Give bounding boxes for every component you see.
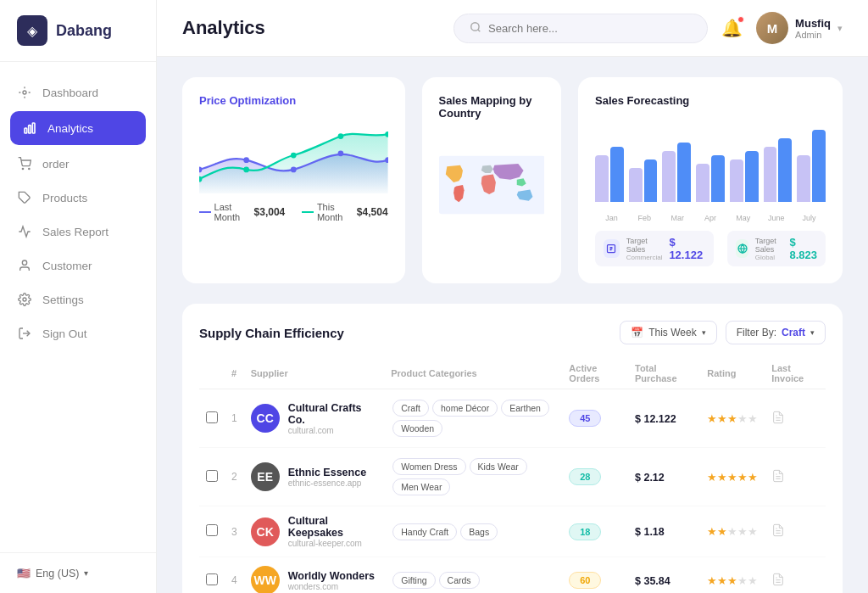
svg-rect-1: [25, 128, 27, 133]
sidebar-item-dashboard[interactable]: Dashboard: [0, 76, 156, 109]
svg-point-7: [22, 260, 26, 265]
row-categories-0: Crafthome DécorEarthenWooden: [384, 389, 562, 448]
supplier-url-1: ethnic-essence.app: [288, 478, 366, 488]
blue-bar-4: [745, 151, 759, 202]
row-supplier-1: EE Ethnic Essence ethnic-essence.app: [244, 448, 385, 506]
svg-point-8: [23, 298, 26, 301]
user-profile[interactable]: M Musfiq Admin ▾: [756, 12, 843, 44]
active-badge-3: 60: [569, 572, 601, 589]
filter-button[interactable]: Filter By: Craft ▾: [726, 321, 826, 344]
invoice-icon-1[interactable]: [771, 471, 785, 485]
profile-chevron-icon: ▾: [837, 23, 843, 34]
sidebar-item-analytics[interactable]: Analytics: [10, 111, 146, 145]
row-active-orders-2: 18: [562, 506, 628, 557]
category-tag: Bags: [460, 523, 498, 540]
table-row: 2 EE Ethnic Essence ethnic-essence.app W…: [199, 448, 826, 506]
svg-point-18: [243, 167, 249, 173]
row-invoice-1[interactable]: [765, 448, 826, 506]
bar-group-0: [595, 147, 624, 202]
search-bar[interactable]: [453, 14, 708, 43]
blue-bar-2: [677, 143, 691, 202]
this-week-button[interactable]: 📅 This Week ▾: [620, 321, 716, 344]
bar-group-2: [662, 143, 691, 202]
invoice-icon-0[interactable]: [771, 412, 785, 427]
supply-chain-table: # Supplier Product Categories Active Ord…: [199, 358, 826, 593]
invoice-icon-3[interactable]: [771, 574, 785, 589]
svg-point-15: [338, 150, 344, 156]
row-categories-3: GiftingCards: [384, 557, 562, 594]
star-1: ★: [707, 574, 717, 587]
svg-point-20: [338, 133, 344, 139]
signout-label: Sign Out: [42, 327, 87, 340]
header: Analytics 🔔 M Musfiq Admin ▾: [157, 0, 868, 57]
supplier-logo-1: EE: [251, 462, 280, 491]
active-badge-0: 45: [569, 410, 601, 427]
star-1: ★: [707, 525, 717, 538]
supplier-name-3: Worldly Wonders: [288, 570, 375, 582]
language-selector[interactable]: 🇺🇸 Eng (US) ▾: [17, 567, 139, 579]
active-badge-2: 18: [569, 523, 601, 540]
sidebar-item-order[interactable]: order: [0, 147, 156, 181]
star-5: ★: [748, 525, 758, 538]
row-rating-3: ★★★★★: [700, 557, 765, 594]
col-total-purchase: Total Purchase: [628, 358, 700, 389]
last-month-legend: Last Month $3,004: [199, 202, 285, 222]
order-icon: [17, 156, 32, 171]
row-invoice-2[interactable]: [765, 506, 826, 557]
products-icon: [17, 190, 32, 205]
sidebar-item-products[interactable]: Products: [0, 181, 156, 215]
svg-point-10: [471, 22, 479, 30]
row-invoice-0[interactable]: [765, 389, 826, 448]
star-1: ★: [707, 412, 717, 425]
star-4: ★: [737, 525, 748, 538]
month-label-4: May: [726, 214, 760, 222]
dashboard-label: Dashboard: [42, 87, 98, 99]
notification-button[interactable]: 🔔: [721, 18, 743, 38]
sidebar-item-signout[interactable]: Sign Out: [0, 316, 156, 350]
total-price-2: $ 1.18: [635, 526, 665, 538]
logo-text: Dabang: [56, 22, 112, 40]
sidebar-item-sales-report[interactable]: Sales Report: [0, 215, 156, 249]
row-checkbox-1[interactable]: [206, 470, 218, 482]
price-chart-area: [199, 117, 388, 193]
star-2: ★: [717, 574, 727, 587]
supplier-name-0: Cultural Crafts Co.: [288, 402, 378, 426]
row-checkbox-0[interactable]: [206, 411, 218, 423]
purple-bar-2: [662, 151, 676, 202]
svg-point-19: [291, 153, 297, 159]
blue-bar-5: [778, 138, 792, 202]
search-input[interactable]: [488, 22, 692, 35]
star-3: ★: [727, 525, 737, 538]
row-rating-1: ★★★★★: [700, 448, 765, 506]
price-optimization-card: Price Optimization: [182, 77, 405, 283]
invoice-icon-2[interactable]: [771, 525, 785, 540]
total-price-3: $ 35.84: [635, 575, 670, 587]
row-checkbox-2[interactable]: [206, 524, 218, 536]
filter-value: Craft: [782, 327, 805, 338]
supplier-url-3: wonders.com: [288, 582, 375, 591]
sidebar-item-customer[interactable]: Customer: [0, 249, 156, 283]
star-5: ★: [748, 471, 758, 484]
stat1-sublabel: Commercial: [626, 254, 663, 261]
sidebar-item-settings[interactable]: Settings: [0, 283, 156, 316]
table-head: # Supplier Product Categories Active Ord…: [199, 358, 826, 389]
row-categories-1: Women DressKids WearMen Wear: [384, 448, 562, 506]
row-num-1: 2: [225, 448, 244, 506]
row-total-2: $ 1.18: [628, 506, 700, 557]
supplier-url-2: cultural-keeper.com: [288, 539, 378, 548]
stat1-label: Target Sales: [626, 237, 663, 254]
star-5: ★: [748, 412, 758, 425]
row-invoice-3[interactable]: [765, 557, 826, 594]
price-chart-legend: Last Month $3,004 This Month $4,504: [199, 202, 388, 222]
row-supplier-3: WW Worldly Wonders wonders.com: [244, 557, 385, 594]
total-price-0: $ 12.122: [635, 413, 676, 425]
row-checkbox-3[interactable]: [206, 573, 218, 585]
purple-bar-0: [595, 155, 609, 202]
sales-forecasting-title: Sales Forecasting: [595, 94, 826, 107]
total-price-1: $ 2.12: [635, 472, 665, 484]
week-chevron-icon: ▾: [702, 328, 706, 337]
star-4: ★: [737, 412, 748, 425]
sales-forecasting-card: Sales Forecasting JanFebMarAprMayJuneJul…: [578, 77, 843, 283]
lang-chevron-icon: ▾: [84, 568, 88, 578]
sales-mapping-card: Sales Mapping by Country: [422, 77, 561, 283]
